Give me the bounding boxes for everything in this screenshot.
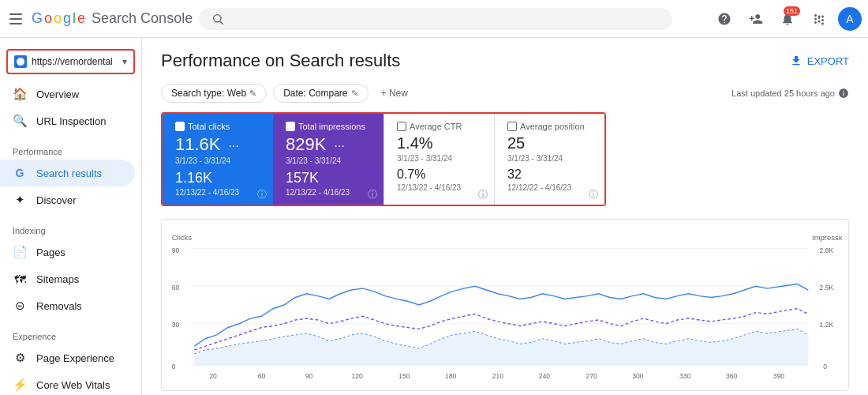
chevron-down-icon: ▾: [122, 56, 127, 67]
sidebar-item-core-web-vitals-label: Core Web Vitals: [36, 379, 110, 391]
svg-text:2.8K: 2.8K: [820, 246, 834, 254]
metric-ctr-header: Average CTR: [397, 122, 481, 131]
menu-button[interactable]: [6, 9, 25, 28]
sidebar-item-pages-label: Pages: [36, 246, 65, 258]
nav-section-indexing: Indexing 📄 Pages 🗺 Sitemaps ⊝ Removals: [0, 220, 141, 319]
sidebar-item-url-inspection[interactable]: 🔍 URL Inspection: [0, 107, 135, 134]
info-icon: ⓘ: [368, 188, 377, 201]
sidebar-item-removals[interactable]: ⊝ Removals: [0, 292, 135, 319]
discover-icon: ✦: [13, 193, 27, 207]
sidebar: https://vernordental ▾ 🏠 Overview 🔍 URL …: [0, 38, 142, 395]
metrics-row: Total clicks 11.6K ··· 3/1/23 - 3/31/24 …: [161, 112, 606, 206]
performance-section-label: Performance: [0, 141, 141, 160]
sidebar-item-sitemaps-label: Sitemaps: [36, 273, 79, 285]
add-user-button[interactable]: [743, 6, 769, 32]
sidebar-item-sitemaps[interactable]: 🗺 Sitemaps: [0, 265, 135, 292]
info-icon: ⓘ: [478, 188, 488, 201]
sidebar-item-pages[interactable]: 📄 Pages: [0, 239, 135, 265]
svg-text:120: 120: [351, 372, 362, 380]
svg-text:180: 180: [445, 372, 456, 380]
site-icon: [14, 55, 27, 68]
search-input[interactable]: [230, 13, 660, 25]
metric-clicks-options[interactable]: ···: [229, 139, 239, 153]
metric-total-impressions[interactable]: Total impressions 829K ··· 3/1/23 - 3/31…: [273, 114, 383, 205]
metric-position-range2: 12/12/22 - 4/16/23: [507, 183, 592, 192]
core-web-vitals-icon: ⚡: [13, 378, 27, 392]
site-selector[interactable]: https://vernordental ▾: [6, 49, 135, 74]
new-filter-button[interactable]: + New: [375, 85, 414, 102]
avatar[interactable]: A: [838, 7, 862, 31]
ctr-checkbox[interactable]: [397, 122, 406, 131]
svg-text:210: 210: [492, 372, 503, 380]
search-type-filter[interactable]: Search type: Web ✎: [161, 84, 267, 103]
page-header: Performance on Search results EXPORT: [161, 51, 849, 71]
svg-text:240: 240: [539, 372, 550, 380]
experience-section-label: Experience: [0, 325, 141, 344]
metric-average-ctr[interactable]: Average CTR 1.4% 3/1/23 - 3/31/24 0.7% 1…: [383, 114, 494, 205]
apps-button[interactable]: [806, 6, 832, 32]
page-experience-icon: ⚙: [13, 351, 27, 365]
metric-total-clicks[interactable]: Total clicks 11.6K ··· 3/1/23 - 3/31/24 …: [163, 114, 273, 205]
metric-clicks-header: Total clicks: [175, 122, 260, 131]
sidebar-item-discover[interactable]: ✦ Discover: [0, 186, 135, 213]
svg-text:360: 360: [726, 372, 737, 380]
metric-ctr-compare: 0.7%: [397, 167, 481, 182]
removals-icon: ⊝: [13, 299, 27, 313]
new-filter-label: + New: [381, 88, 408, 99]
nav-section-main: 🏠 Overview 🔍 URL Inspection: [0, 81, 141, 134]
svg-text:2.5K: 2.5K: [820, 284, 834, 292]
sidebar-item-url-inspection-label: URL Inspection: [36, 115, 106, 127]
topbar: Google Search Console 151 A: [0, 0, 868, 38]
svg-line-1: [220, 21, 223, 24]
svg-text:20: 20: [209, 372, 217, 380]
last-updated-text: Last updated 25 hours ago: [731, 88, 835, 98]
chart-container: Clicks 90 60 30 0 Impressions 2.8K 2.5K …: [161, 219, 849, 391]
sidebar-item-page-experience-label: Page Experience: [36, 352, 114, 364]
metric-position-header: Average position: [507, 122, 592, 131]
sidebar-item-page-experience[interactable]: ⚙ Page Experience: [0, 344, 135, 371]
sidebar-item-core-web-vitals[interactable]: ⚡ Core Web Vitals: [0, 371, 135, 395]
metric-impressions-options[interactable]: ···: [334, 139, 344, 153]
search-bar[interactable]: [199, 8, 672, 30]
metric-ctr-label: Average CTR: [410, 122, 462, 131]
date-label: Date: Compare: [283, 88, 347, 99]
app-title: Search Console: [92, 10, 193, 27]
page-title: Performance on Search results: [161, 51, 400, 71]
svg-text:60: 60: [172, 284, 180, 292]
svg-text:1.2K: 1.2K: [820, 321, 834, 329]
filter-bar: Search type: Web ✎ Date: Compare ✎ + New…: [161, 84, 849, 103]
search-type-label: Search type: Web: [171, 88, 246, 99]
metric-position-compare: 32: [507, 167, 592, 182]
svg-text:Impressions: Impressions: [812, 233, 842, 242]
help-button[interactable]: [712, 6, 737, 32]
svg-point-0: [214, 14, 221, 21]
info-icon: ⓘ: [257, 188, 267, 201]
metric-ctr-range2: 12/13/22 - 4/16/23: [397, 183, 481, 192]
svg-text:60: 60: [258, 372, 266, 380]
metric-ctr-value: 1.4%: [397, 134, 433, 152]
metric-position-value: 25: [507, 134, 525, 152]
svg-text:270: 270: [586, 372, 597, 380]
search-icon: 🔍: [13, 114, 27, 128]
notification-count: 151: [784, 6, 800, 16]
google-icon: G: [13, 166, 27, 180]
metric-impressions-value: 829K: [286, 134, 326, 155]
clicks-checkbox[interactable]: [175, 122, 185, 131]
sitemaps-icon: 🗺: [13, 272, 27, 286]
sidebar-item-search-results[interactable]: G Search results: [0, 160, 135, 186]
export-button[interactable]: EXPORT: [790, 55, 849, 67]
metric-impressions-label: Total impressions: [298, 122, 365, 131]
date-filter[interactable]: Date: Compare ✎: [273, 84, 368, 103]
impressions-checkbox[interactable]: [286, 122, 295, 131]
nav-section-performance: Performance G Search results ✦ Discover: [0, 141, 141, 213]
main-content: Performance on Search results EXPORT Sea…: [142, 38, 868, 395]
svg-text:390: 390: [773, 372, 784, 380]
position-checkbox[interactable]: [507, 122, 517, 131]
topbar-left: Google Search Console: [6, 9, 193, 28]
metric-average-position[interactable]: Average position 25 3/1/23 - 3/31/24 32 …: [494, 114, 604, 205]
svg-text:Clicks: Clicks: [172, 233, 193, 242]
metric-clicks-value: 11.6K: [175, 134, 221, 155]
sidebar-item-overview[interactable]: 🏠 Overview: [0, 81, 135, 107]
notifications-button[interactable]: 151: [775, 6, 800, 32]
svg-text:0: 0: [823, 363, 827, 371]
